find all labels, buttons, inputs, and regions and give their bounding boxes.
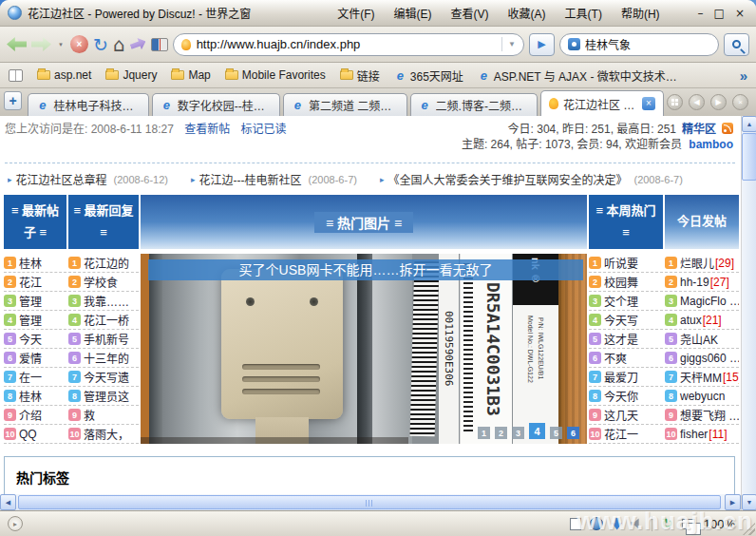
list-item[interactable]: 2花江	[4, 273, 66, 292]
search-input[interactable]: 桂林气象	[585, 36, 631, 52]
topic-link[interactable]: 手机新号	[84, 331, 129, 347]
topic-link[interactable]: 十三年的	[84, 350, 129, 366]
list-item[interactable]: 5这才是	[589, 330, 663, 349]
url-dropdown-icon[interactable]: ▼	[501, 37, 516, 51]
topic-link[interactable]: 听说要	[604, 255, 638, 271]
address-bar[interactable]: http://www.huajb.cn/index.php ▼	[173, 33, 524, 56]
scroll-right-icon[interactable]: ▶	[725, 494, 741, 510]
image-page-6[interactable]: 6	[567, 427, 579, 439]
list-item[interactable]: 4atux[21]	[665, 311, 739, 330]
new-tab-button[interactable]: +	[4, 91, 22, 110]
zoom-windows-icon[interactable]	[682, 519, 695, 529]
scroll-up-icon[interactable]: ▲	[742, 116, 756, 132]
go-button[interactable]: ▶	[529, 33, 555, 56]
list-item[interactable]: 5今天	[4, 330, 66, 349]
quick-jump-button[interactable]	[130, 38, 146, 50]
list-item[interactable]: 8桂林	[4, 387, 66, 406]
image-caption[interactable]: 买了个USB网卡不能用……拆开一看无敌了	[148, 259, 583, 280]
tab[interactable]: e二频.博客-二频博…	[410, 93, 538, 116]
tab-grid-button[interactable]	[667, 94, 683, 110]
sound-icon[interactable]	[631, 518, 643, 529]
new-member-link[interactable]: bamboo	[689, 138, 733, 151]
zoom-level[interactable]: 100%	[704, 517, 735, 531]
topic-link[interactable]: 今天你	[604, 388, 638, 404]
forward-button[interactable]	[31, 37, 51, 51]
bookmark-folder[interactable]: Map	[171, 68, 210, 82]
topic-link[interactable]: giggs060 …	[680, 352, 739, 365]
topic-link[interactable]: 花江	[19, 274, 42, 290]
topic-link[interactable]: QQ	[19, 428, 37, 441]
topic-link[interactable]: 想要飞翔 …	[680, 407, 739, 423]
topic-link[interactable]: 落雨大，	[84, 426, 129, 442]
tab-close-all-button[interactable]: ×	[732, 94, 748, 110]
refresh-button[interactable]: ↻	[93, 34, 108, 55]
list-item[interactable]: 3交个理	[589, 292, 663, 311]
tab-scroll-left-button[interactable]: ◀	[689, 94, 705, 110]
list-item[interactable]: 8管理员这	[68, 387, 139, 406]
list-item[interactable]: 9想要飞翔 …	[665, 406, 739, 425]
topic-link[interactable]: fisher	[680, 428, 708, 441]
topic-link[interactable]: 桂林	[19, 388, 42, 404]
topic-link[interactable]: atux	[680, 314, 702, 327]
menu-item[interactable]: 收藏(A)	[508, 5, 546, 21]
list-item[interactable]: 5尧山AK	[665, 330, 739, 349]
tab-scroll-right-button[interactable]: ▶	[710, 94, 727, 110]
topic-link[interactable]: 在一	[19, 369, 42, 385]
topic-link[interactable]: 这才是	[604, 331, 638, 347]
list-item[interactable]: 2学校食	[68, 273, 139, 292]
page-icon[interactable]	[570, 518, 581, 530]
list-item[interactable]: 9这几天	[589, 406, 663, 425]
digest-link[interactable]: 精华区	[682, 120, 716, 136]
list-item[interactable]: 4管理	[4, 311, 66, 330]
image-page-2[interactable]: 2	[495, 427, 507, 439]
topic-link[interactable]: 烂眼儿	[680, 255, 714, 271]
bookmark-folder[interactable]: asp.net	[37, 68, 91, 82]
favorites-button[interactable]	[151, 38, 168, 51]
list-item[interactable]: 9救	[68, 406, 139, 425]
topic-link[interactable]: 花江一桥	[84, 312, 129, 328]
vertical-scrollbar[interactable]: ▲ ▼	[741, 116, 756, 510]
topic-link[interactable]: 爱情	[19, 350, 42, 366]
topic-link[interactable]: 桂林	[19, 255, 42, 271]
list-item[interactable]: 1烂眼儿[29]	[665, 254, 739, 273]
list-item[interactable]: 7最爱刀	[589, 368, 663, 387]
list-item[interactable]: 6十三年的	[68, 349, 139, 368]
list-item[interactable]: 6爱情	[4, 349, 66, 368]
download-icon[interactable]	[612, 518, 622, 530]
topic-link[interactable]: hh-19	[680, 276, 709, 289]
auto-refresh-icon[interactable]: ↻	[661, 515, 673, 532]
bookmark-link[interactable]: e365天网址	[394, 67, 463, 84]
list-item[interactable]: 4今天写	[589, 311, 663, 330]
topic-link[interactable]: 尧山AK	[680, 331, 718, 347]
topic-link[interactable]: 学校食	[84, 274, 118, 290]
turbo-icon[interactable]	[590, 517, 603, 530]
topic-link[interactable]: MagicFlo …	[680, 295, 739, 308]
list-item[interactable]: 10fisher[11]	[665, 425, 739, 444]
announcement[interactable]: ▸《全国人大常委会关于维护互联网安全的决定》(2008-6-7)	[380, 171, 683, 187]
list-item[interactable]: 3我靠……	[68, 292, 139, 311]
topic-link[interactable]: 我靠……	[84, 293, 129, 309]
topic-link[interactable]: 救	[84, 407, 95, 423]
image-page-4[interactable]: 4	[529, 423, 545, 439]
list-item[interactable]: 3MagicFlo …	[665, 292, 739, 311]
image-page-3[interactable]: 3	[512, 427, 524, 439]
maximize-icon[interactable]: □	[714, 7, 725, 20]
topic-link[interactable]: webyucn	[680, 390, 725, 403]
list-item[interactable]: 10落雨大，	[68, 425, 139, 444]
menu-item[interactable]: 查看(V)	[451, 5, 489, 21]
list-item[interactable]: 1花江边的	[68, 254, 139, 273]
topic-link[interactable]: 今天写遗	[84, 369, 129, 385]
status-expand-button[interactable]: ▸	[8, 516, 23, 531]
scroll-down-icon[interactable]: ▼	[742, 494, 756, 510]
stop-button[interactable]: ×	[70, 35, 88, 53]
topic-link[interactable]: 今天写	[604, 312, 638, 328]
hot-image[interactable]: 00119590E306 DR5A14C0031B3 Model No.: DW…	[141, 254, 587, 444]
topic-link[interactable]: 今天	[19, 331, 42, 347]
tab-close-icon[interactable]: ×	[642, 97, 655, 110]
topic-link[interactable]: 介绍	[19, 407, 42, 423]
tab[interactable]: e数字化校园--桂林…	[152, 93, 280, 116]
list-item[interactable]: 4花江一桥	[68, 311, 139, 330]
search-button[interactable]	[724, 33, 749, 56]
horizontal-scroll-thumb[interactable]	[18, 495, 721, 509]
bookmarks-book-icon[interactable]	[9, 69, 23, 82]
